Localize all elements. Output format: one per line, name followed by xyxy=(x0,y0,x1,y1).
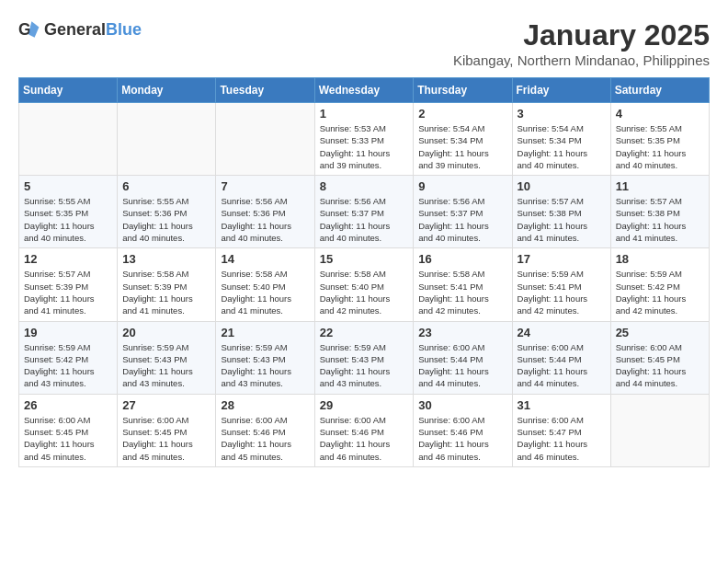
day-number: 5 xyxy=(24,179,112,193)
day-info: Sunrise: 5:58 AM Sunset: 5:39 PM Dayligh… xyxy=(122,268,210,316)
calendar-cell: 21Sunrise: 5:59 AM Sunset: 5:43 PM Dayli… xyxy=(216,321,314,394)
day-number: 30 xyxy=(418,398,506,412)
calendar-week-row: 5Sunrise: 5:55 AM Sunset: 5:35 PM Daylig… xyxy=(19,176,710,248)
calendar-cell: 17Sunrise: 5:59 AM Sunset: 5:41 PM Dayli… xyxy=(512,248,610,321)
calendar-table: SundayMondayTuesdayWednesdayThursdayFrid… xyxy=(18,77,710,467)
calendar-cell: 28Sunrise: 6:00 AM Sunset: 5:46 PM Dayli… xyxy=(216,394,314,466)
day-info: Sunrise: 5:55 AM Sunset: 5:35 PM Dayligh… xyxy=(24,195,112,244)
calendar-cell: 24Sunrise: 6:00 AM Sunset: 5:44 PM Dayli… xyxy=(512,321,610,394)
day-info: Sunrise: 6:00 AM Sunset: 5:47 PM Dayligh… xyxy=(518,414,606,463)
calendar-cell: 8Sunrise: 5:56 AM Sunset: 5:37 PM Daylig… xyxy=(314,176,414,248)
calendar-week-row: 1Sunrise: 5:53 AM Sunset: 5:33 PM Daylig… xyxy=(19,103,710,176)
day-info: Sunrise: 5:56 AM Sunset: 5:37 PM Dayligh… xyxy=(418,195,506,244)
day-number: 21 xyxy=(221,326,309,339)
day-info: Sunrise: 5:54 AM Sunset: 5:34 PM Dayligh… xyxy=(418,122,506,171)
calendar-cell: 6Sunrise: 5:55 AM Sunset: 5:36 PM Daylig… xyxy=(118,176,216,248)
calendar-cell: 27Sunrise: 6:00 AM Sunset: 5:45 PM Dayli… xyxy=(118,394,216,466)
calendar-cell: 3Sunrise: 5:54 AM Sunset: 5:34 PM Daylig… xyxy=(512,103,610,176)
day-info: Sunrise: 5:53 AM Sunset: 5:33 PM Dayligh… xyxy=(320,122,409,171)
day-info: Sunrise: 5:57 AM Sunset: 5:38 PM Dayligh… xyxy=(616,195,704,244)
day-info: Sunrise: 5:59 AM Sunset: 5:42 PM Dayligh… xyxy=(616,268,704,316)
day-info: Sunrise: 6:00 AM Sunset: 5:46 PM Dayligh… xyxy=(418,414,506,463)
weekday-header-saturday: Saturday xyxy=(610,78,709,103)
calendar-cell xyxy=(118,103,216,176)
day-info: Sunrise: 5:57 AM Sunset: 5:38 PM Dayligh… xyxy=(518,195,606,244)
day-info: Sunrise: 6:00 AM Sunset: 5:45 PM Dayligh… xyxy=(24,414,112,463)
day-info: Sunrise: 6:00 AM Sunset: 5:46 PM Dayligh… xyxy=(221,414,309,463)
calendar-cell: 15Sunrise: 5:58 AM Sunset: 5:40 PM Dayli… xyxy=(314,248,414,321)
day-info: Sunrise: 5:59 AM Sunset: 5:43 PM Dayligh… xyxy=(122,341,210,390)
calendar-cell xyxy=(610,394,709,466)
calendar-cell: 14Sunrise: 5:58 AM Sunset: 5:40 PM Dayli… xyxy=(216,248,314,321)
day-info: Sunrise: 5:59 AM Sunset: 5:43 PM Dayligh… xyxy=(320,341,409,390)
day-info: Sunrise: 5:55 AM Sunset: 5:36 PM Dayligh… xyxy=(122,195,210,244)
day-number: 12 xyxy=(24,252,112,266)
calendar-cell: 9Sunrise: 5:56 AM Sunset: 5:37 PM Daylig… xyxy=(414,176,512,248)
day-info: Sunrise: 5:59 AM Sunset: 5:42 PM Dayligh… xyxy=(24,341,112,390)
day-number: 28 xyxy=(221,398,309,412)
day-info: Sunrise: 6:00 AM Sunset: 5:46 PM Dayligh… xyxy=(320,414,409,463)
day-info: Sunrise: 5:55 AM Sunset: 5:35 PM Dayligh… xyxy=(616,122,704,171)
calendar-title: January 2025 xyxy=(453,18,710,52)
weekday-header-wednesday: Wednesday xyxy=(314,78,414,103)
calendar-cell: 10Sunrise: 5:57 AM Sunset: 5:38 PM Dayli… xyxy=(512,176,610,248)
day-number: 23 xyxy=(418,326,506,339)
calendar-cell: 20Sunrise: 5:59 AM Sunset: 5:43 PM Dayli… xyxy=(118,321,216,394)
day-info: Sunrise: 5:57 AM Sunset: 5:39 PM Dayligh… xyxy=(24,268,112,316)
day-number: 27 xyxy=(122,398,210,412)
day-number: 10 xyxy=(518,179,606,193)
day-info: Sunrise: 5:56 AM Sunset: 5:37 PM Dayligh… xyxy=(320,195,409,244)
day-info: Sunrise: 6:00 AM Sunset: 5:45 PM Dayligh… xyxy=(122,414,210,463)
day-info: Sunrise: 5:58 AM Sunset: 5:40 PM Dayligh… xyxy=(320,268,409,316)
calendar-cell: 22Sunrise: 5:59 AM Sunset: 5:43 PM Dayli… xyxy=(314,321,414,394)
day-number: 4 xyxy=(616,107,704,121)
calendar-cell xyxy=(216,103,314,176)
calendar-cell: 23Sunrise: 6:00 AM Sunset: 5:44 PM Dayli… xyxy=(414,321,512,394)
svg-text:G: G xyxy=(18,20,31,39)
day-number: 7 xyxy=(221,179,309,193)
day-number: 14 xyxy=(221,252,309,266)
calendar-cell: 7Sunrise: 5:56 AM Sunset: 5:36 PM Daylig… xyxy=(216,176,314,248)
calendar-cell: 13Sunrise: 5:58 AM Sunset: 5:39 PM Dayli… xyxy=(118,248,216,321)
calendar-cell: 12Sunrise: 5:57 AM Sunset: 5:39 PM Dayli… xyxy=(19,248,118,321)
day-number: 25 xyxy=(616,326,704,339)
weekday-header-monday: Monday xyxy=(118,78,216,103)
calendar-cell: 4Sunrise: 5:55 AM Sunset: 5:35 PM Daylig… xyxy=(610,103,709,176)
day-info: Sunrise: 5:59 AM Sunset: 5:43 PM Dayligh… xyxy=(221,341,309,390)
calendar-week-row: 12Sunrise: 5:57 AM Sunset: 5:39 PM Dayli… xyxy=(19,248,710,321)
day-info: Sunrise: 5:56 AM Sunset: 5:36 PM Dayligh… xyxy=(221,195,309,244)
calendar-cell: 26Sunrise: 6:00 AM Sunset: 5:45 PM Dayli… xyxy=(19,394,118,466)
weekday-header-sunday: Sunday xyxy=(19,78,118,103)
day-number: 29 xyxy=(320,398,409,412)
weekday-header-tuesday: Tuesday xyxy=(216,78,314,103)
day-number: 6 xyxy=(122,179,210,193)
calendar-cell: 2Sunrise: 5:54 AM Sunset: 5:34 PM Daylig… xyxy=(414,103,512,176)
day-number: 17 xyxy=(518,252,606,266)
day-number: 8 xyxy=(320,179,409,193)
day-number: 15 xyxy=(320,252,409,266)
calendar-week-row: 26Sunrise: 6:00 AM Sunset: 5:45 PM Dayli… xyxy=(19,394,710,466)
day-info: Sunrise: 5:54 AM Sunset: 5:34 PM Dayligh… xyxy=(518,122,606,171)
day-number: 31 xyxy=(518,398,606,412)
day-number: 2 xyxy=(418,107,506,121)
day-number: 20 xyxy=(122,326,210,339)
weekday-header-thursday: Thursday xyxy=(414,78,512,103)
day-info: Sunrise: 5:59 AM Sunset: 5:41 PM Dayligh… xyxy=(518,268,606,316)
calendar-cell: 25Sunrise: 6:00 AM Sunset: 5:45 PM Dayli… xyxy=(610,321,709,394)
calendar-cell: 18Sunrise: 5:59 AM Sunset: 5:42 PM Dayli… xyxy=(610,248,709,321)
day-info: Sunrise: 6:00 AM Sunset: 5:45 PM Dayligh… xyxy=(616,341,704,390)
calendar-cell: 5Sunrise: 5:55 AM Sunset: 5:35 PM Daylig… xyxy=(19,176,118,248)
day-number: 19 xyxy=(24,326,112,339)
calendar-cell: 16Sunrise: 5:58 AM Sunset: 5:41 PM Dayli… xyxy=(414,248,512,321)
day-number: 13 xyxy=(122,252,210,266)
day-info: Sunrise: 5:58 AM Sunset: 5:41 PM Dayligh… xyxy=(418,268,506,316)
header: G GeneralBlue January 2025 Kibangay, Nor… xyxy=(18,18,710,68)
day-number: 9 xyxy=(418,179,506,193)
calendar-cell: 30Sunrise: 6:00 AM Sunset: 5:46 PM Dayli… xyxy=(414,394,512,466)
day-number: 11 xyxy=(616,179,704,193)
calendar-cell: 1Sunrise: 5:53 AM Sunset: 5:33 PM Daylig… xyxy=(314,103,414,176)
weekday-header-row: SundayMondayTuesdayWednesdayThursdayFrid… xyxy=(19,78,710,103)
day-info: Sunrise: 6:00 AM Sunset: 5:44 PM Dayligh… xyxy=(418,341,506,390)
day-number: 24 xyxy=(518,326,606,339)
calendar-cell: 29Sunrise: 6:00 AM Sunset: 5:46 PM Dayli… xyxy=(314,394,414,466)
